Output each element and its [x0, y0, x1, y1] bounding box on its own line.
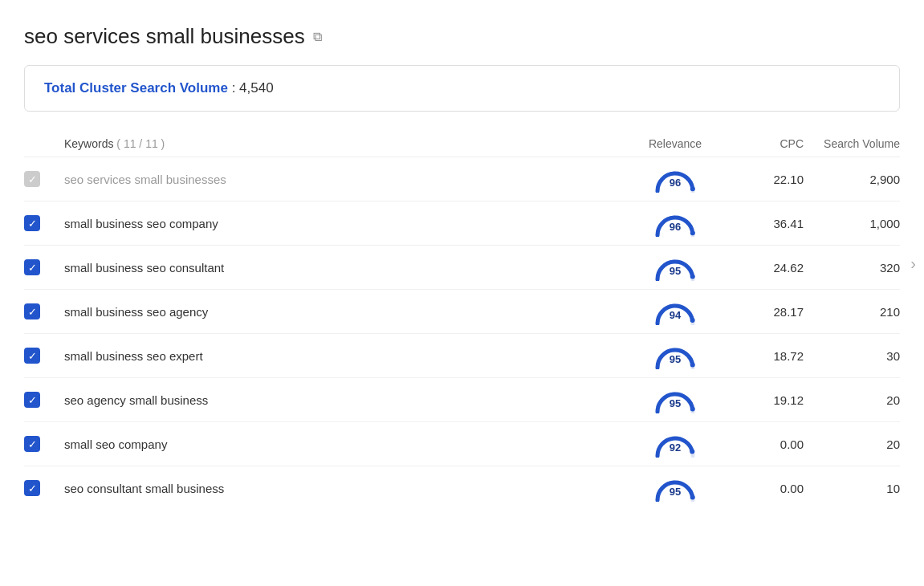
relevance-cell: 95	[627, 386, 723, 413]
row-checkbox[interactable]: ✓	[24, 436, 40, 452]
svg-point-5	[690, 407, 695, 412]
keyword-text: small business seo agency	[64, 305, 208, 319]
relevance-value: 95	[670, 486, 681, 498]
relevance-value: 95	[670, 353, 681, 365]
search-volume-cell: 2,900	[804, 173, 900, 186]
table-row: ✓seo consultant small business 950.0010	[24, 466, 900, 510]
keyword-text: seo agency small business	[64, 393, 208, 407]
row-checkbox[interactable]: ✓	[24, 480, 40, 496]
page-title-text: seo services small businesses	[24, 24, 305, 49]
svg-point-1	[690, 230, 695, 235]
checkbox-cell: ✓	[24, 480, 64, 496]
cpc-cell: 22.10	[723, 173, 804, 186]
relevance-value: 96	[670, 177, 681, 189]
cpc-cell: 36.41	[723, 217, 804, 230]
search-volume-cell: 10	[804, 482, 900, 495]
table-header: Keywords ( 11 / 11 ) Relevance CPC Searc…	[24, 131, 900, 157]
keyword-cell: small business seo company	[64, 217, 627, 230]
row-checkbox[interactable]: ✓	[24, 348, 40, 364]
keyword-cell: seo services small businesses	[64, 173, 627, 186]
relevance-cell: 94	[627, 298, 723, 325]
cluster-volume-value: 4,540	[239, 80, 274, 96]
svg-point-0	[690, 186, 695, 191]
cluster-volume-label: Total Cluster Search Volume	[44, 80, 228, 96]
keyword-text: small business seo expert	[64, 349, 203, 363]
relevance-gauge: 95	[654, 474, 696, 502]
relevance-cell: 96	[627, 210, 723, 237]
table-row: ✓small business seo expert 9518.7230	[24, 334, 900, 378]
svg-point-6	[690, 450, 694, 454]
keyword-cell: small seo company	[64, 437, 627, 451]
keyword-cell: small business seo consultant	[64, 261, 627, 275]
header-search-volume: Search Volume	[804, 137, 900, 150]
cpc-cell: 19.12	[723, 393, 804, 407]
checkbox-cell: ✓	[24, 348, 64, 364]
row-checkbox[interactable]: ✓	[24, 215, 40, 231]
search-volume-cell: 20	[804, 393, 900, 407]
keyword-cell: small business seo agency	[64, 305, 627, 319]
relevance-gauge: 95	[654, 386, 696, 413]
relevance-gauge: 92	[654, 430, 696, 458]
relevance-gauge: 94	[654, 298, 696, 325]
table-body: ✓seo services small businesses 9622.102,…	[24, 157, 900, 510]
keyword-cell: small business seo expert	[64, 349, 627, 363]
search-volume-cell: 320	[804, 261, 900, 275]
header-cpc: CPC	[723, 137, 804, 150]
search-volume-cell: 210	[804, 305, 900, 319]
checkbox-cell: ✓	[24, 392, 64, 408]
cpc-cell: 18.72	[723, 349, 804, 363]
keyword-text: seo consultant small business	[64, 482, 224, 495]
relevance-cell: 95	[627, 474, 723, 502]
row-checkbox[interactable]: ✓	[24, 259, 40, 275]
table-row: ✓small business seo consultant 9524.6232…	[24, 246, 900, 290]
relevance-value: 94	[670, 309, 681, 321]
checkbox-cell: ✓	[24, 171, 64, 187]
cpc-cell: 24.62	[723, 261, 804, 275]
table-row: ✓small seo company 920.0020	[24, 422, 900, 466]
table-row: ✓small business seo agency 9428.17210	[24, 290, 900, 334]
relevance-value: 95	[670, 265, 681, 277]
keyword-text: seo services small businesses	[64, 173, 226, 186]
header-keywords: Keywords ( 11 / 11 )	[64, 137, 627, 150]
row-checkbox[interactable]: ✓	[24, 392, 40, 408]
checkbox-cell: ✓	[24, 436, 64, 452]
relevance-cell: 92	[627, 430, 723, 458]
checkbox-cell: ✓	[24, 303, 64, 319]
row-checkbox[interactable]: ✓	[24, 171, 40, 187]
keyword-cell: seo agency small business	[64, 393, 627, 407]
relevance-cell: 95	[627, 254, 723, 281]
search-volume-cell: 1,000	[804, 217, 900, 230]
table-row: ✓seo services small businesses 9622.102,…	[24, 157, 900, 201]
cluster-volume-separator: :	[228, 80, 239, 96]
keyword-cell: seo consultant small business	[64, 482, 627, 495]
relevance-gauge: 95	[654, 254, 696, 281]
relevance-value: 96	[670, 221, 681, 233]
page-container: › seo services small businesses ⧉ Total …	[0, 0, 924, 526]
svg-point-4	[690, 363, 695, 368]
relevance-cell: 96	[627, 165, 723, 193]
search-volume-cell: 30	[804, 349, 900, 363]
header-relevance: Relevance	[627, 137, 723, 150]
keyword-text: small business seo company	[64, 217, 218, 230]
checkbox-cell: ✓	[24, 259, 64, 275]
row-checkbox[interactable]: ✓	[24, 303, 40, 319]
keyword-text: small seo company	[64, 437, 167, 451]
copy-icon[interactable]: ⧉	[313, 30, 322, 44]
svg-point-2	[690, 275, 695, 279]
table-row: ✓small business seo company 9636.411,000	[24, 201, 900, 246]
chevron-right-icon[interactable]: ›	[910, 254, 916, 272]
keyword-text: small business seo consultant	[64, 261, 224, 275]
relevance-cell: 95	[627, 342, 723, 369]
cluster-volume-box: Total Cluster Search Volume : 4,540	[24, 65, 900, 112]
cpc-cell: 28.17	[723, 305, 804, 319]
page-title: seo services small businesses ⧉	[24, 24, 900, 49]
relevance-gauge: 96	[654, 165, 696, 193]
relevance-gauge: 96	[654, 210, 696, 237]
cpc-cell: 0.00	[723, 482, 804, 495]
search-volume-cell: 20	[804, 437, 900, 451]
svg-point-7	[690, 495, 695, 500]
relevance-gauge: 95	[654, 342, 696, 369]
table-row: ✓seo agency small business 9519.1220	[24, 378, 900, 422]
relevance-value: 92	[670, 442, 681, 454]
cpc-cell: 0.00	[723, 437, 804, 451]
